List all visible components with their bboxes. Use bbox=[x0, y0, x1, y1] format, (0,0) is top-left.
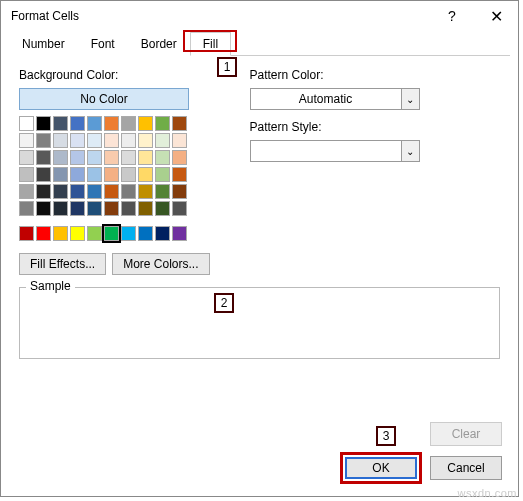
color-swatch[interactable] bbox=[87, 201, 102, 216]
color-swatch[interactable] bbox=[172, 184, 187, 199]
color-swatch[interactable] bbox=[155, 116, 170, 131]
color-swatch[interactable] bbox=[53, 167, 68, 182]
pattern-color-value: Automatic bbox=[251, 92, 401, 106]
color-swatch[interactable] bbox=[53, 150, 68, 165]
standard-color-swatch[interactable] bbox=[104, 226, 119, 241]
color-swatch[interactable] bbox=[138, 184, 153, 199]
color-swatch[interactable] bbox=[138, 133, 153, 148]
standard-color-swatch[interactable] bbox=[172, 226, 187, 241]
color-swatch[interactable] bbox=[121, 184, 136, 199]
clear-button: Clear bbox=[430, 422, 502, 446]
color-swatch[interactable] bbox=[138, 201, 153, 216]
color-swatch[interactable] bbox=[104, 167, 119, 182]
standard-color-swatch[interactable] bbox=[19, 226, 34, 241]
color-swatch[interactable] bbox=[36, 167, 51, 182]
pattern-style-label: Pattern Style: bbox=[250, 120, 501, 134]
standard-color-swatch[interactable] bbox=[155, 226, 170, 241]
theme-color-grid bbox=[19, 116, 210, 216]
standard-color-row bbox=[19, 226, 210, 241]
color-swatch[interactable] bbox=[172, 167, 187, 182]
format-cells-dialog: Format Cells ? ✕ Number Font Border Fill… bbox=[0, 0, 519, 497]
standard-color-swatch[interactable] bbox=[53, 226, 68, 241]
color-swatch[interactable] bbox=[87, 116, 102, 131]
callout-2: 2 bbox=[214, 293, 234, 313]
color-swatch[interactable] bbox=[121, 150, 136, 165]
color-swatch[interactable] bbox=[172, 201, 187, 216]
color-swatch[interactable] bbox=[53, 133, 68, 148]
color-swatch[interactable] bbox=[155, 167, 170, 182]
pattern-style-combo[interactable]: ⌄ bbox=[250, 140, 420, 162]
color-swatch[interactable] bbox=[36, 133, 51, 148]
color-swatch[interactable] bbox=[155, 133, 170, 148]
fill-effects-button[interactable]: Fill Effects... bbox=[19, 253, 106, 275]
more-colors-button[interactable]: More Colors... bbox=[112, 253, 209, 275]
tab-number[interactable]: Number bbox=[9, 32, 78, 56]
color-swatch[interactable] bbox=[19, 167, 34, 182]
color-swatch[interactable] bbox=[36, 201, 51, 216]
color-swatch[interactable] bbox=[155, 201, 170, 216]
color-swatch[interactable] bbox=[70, 201, 85, 216]
standard-color-swatch[interactable] bbox=[138, 226, 153, 241]
right-panel: Pattern Color: Automatic ⌄ Pattern Style… bbox=[250, 68, 501, 275]
color-swatch[interactable] bbox=[36, 184, 51, 199]
color-swatch[interactable] bbox=[87, 133, 102, 148]
standard-color-swatch[interactable] bbox=[87, 226, 102, 241]
color-swatch[interactable] bbox=[87, 150, 102, 165]
sample-box: Sample bbox=[19, 287, 500, 359]
color-swatch[interactable] bbox=[70, 150, 85, 165]
chevron-down-icon[interactable]: ⌄ bbox=[401, 89, 419, 109]
help-button[interactable]: ? bbox=[430, 1, 474, 31]
tab-font[interactable]: Font bbox=[78, 32, 128, 56]
color-swatch[interactable] bbox=[104, 116, 119, 131]
color-swatch[interactable] bbox=[138, 150, 153, 165]
color-swatch[interactable] bbox=[70, 167, 85, 182]
color-swatch[interactable] bbox=[19, 201, 34, 216]
color-swatch[interactable] bbox=[121, 116, 136, 131]
color-swatch[interactable] bbox=[36, 150, 51, 165]
color-swatch[interactable] bbox=[53, 116, 68, 131]
color-swatch[interactable] bbox=[172, 116, 187, 131]
chevron-down-icon[interactable]: ⌄ bbox=[401, 141, 419, 161]
background-color-label: Background Color: bbox=[19, 68, 210, 82]
color-swatch[interactable] bbox=[70, 184, 85, 199]
color-swatch[interactable] bbox=[104, 201, 119, 216]
color-swatch[interactable] bbox=[19, 184, 34, 199]
color-swatch[interactable] bbox=[70, 133, 85, 148]
tab-border[interactable]: Border bbox=[128, 32, 190, 56]
color-swatch[interactable] bbox=[155, 150, 170, 165]
color-swatch[interactable] bbox=[121, 201, 136, 216]
standard-color-swatch[interactable] bbox=[36, 226, 51, 241]
color-swatch[interactable] bbox=[138, 116, 153, 131]
color-swatch[interactable] bbox=[155, 184, 170, 199]
tab-fill[interactable]: Fill bbox=[190, 32, 231, 56]
color-swatch[interactable] bbox=[172, 133, 187, 148]
standard-color-swatch[interactable] bbox=[70, 226, 85, 241]
color-swatch[interactable] bbox=[104, 133, 119, 148]
color-swatch[interactable] bbox=[121, 167, 136, 182]
color-swatch[interactable] bbox=[172, 150, 187, 165]
color-swatch[interactable] bbox=[53, 201, 68, 216]
color-swatch[interactable] bbox=[36, 116, 51, 131]
pattern-color-combo[interactable]: Automatic ⌄ bbox=[250, 88, 420, 110]
standard-color-swatch[interactable] bbox=[121, 226, 136, 241]
color-swatch[interactable] bbox=[70, 116, 85, 131]
color-swatch[interactable] bbox=[19, 150, 34, 165]
callout-1: 1 bbox=[217, 57, 237, 77]
color-swatch[interactable] bbox=[53, 184, 68, 199]
ok-highlight: OK bbox=[340, 452, 422, 484]
watermark: wsxdn.com bbox=[457, 487, 517, 499]
dialog-title: Format Cells bbox=[11, 9, 430, 23]
color-swatch[interactable] bbox=[87, 167, 102, 182]
color-swatch[interactable] bbox=[104, 150, 119, 165]
color-swatch[interactable] bbox=[121, 133, 136, 148]
color-swatch[interactable] bbox=[87, 184, 102, 199]
color-extra-buttons: Fill Effects... More Colors... bbox=[19, 253, 210, 275]
color-swatch[interactable] bbox=[19, 116, 34, 131]
color-swatch[interactable] bbox=[138, 167, 153, 182]
close-button[interactable]: ✕ bbox=[474, 1, 518, 31]
cancel-button[interactable]: Cancel bbox=[430, 456, 502, 480]
color-swatch[interactable] bbox=[104, 184, 119, 199]
color-swatch[interactable] bbox=[19, 133, 34, 148]
no-color-button[interactable]: No Color bbox=[19, 88, 189, 110]
ok-button[interactable]: OK bbox=[345, 457, 417, 479]
